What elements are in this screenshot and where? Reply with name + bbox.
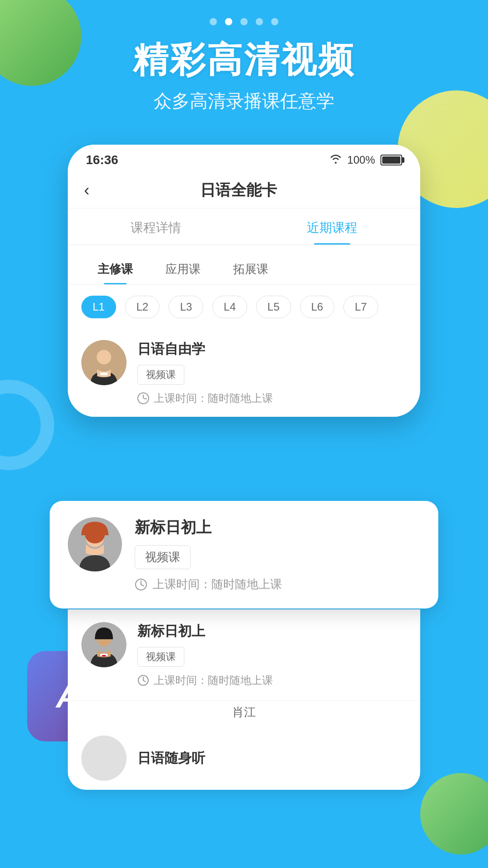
status-right: 100% [329, 153, 402, 167]
level-L2[interactable]: L2 [125, 296, 160, 318]
svg-line-16 [143, 680, 145, 682]
svg-rect-2 [100, 373, 108, 375]
highlighted-course-title: 新标日初上 [135, 517, 420, 538]
level-L4[interactable]: L4 [212, 296, 247, 318]
back-button[interactable]: ‹ [84, 181, 89, 200]
level-L6[interactable]: L6 [300, 296, 335, 318]
course-info-3: 新标日初上 视频课 上课时间：随时随地上课 [137, 622, 407, 688]
tab-recent-courses[interactable]: 近期课程 [244, 208, 420, 245]
highlighted-card[interactable]: 新标日初上 视频课 上课时间：随时随地上课 [50, 501, 438, 609]
subtab-app[interactable]: 应用课 [149, 254, 217, 284]
highlighted-avatar [68, 517, 122, 571]
course-tag-3: 视频课 [137, 647, 184, 667]
course-avatar-3 [81, 622, 127, 667]
hero-title: 精彩高清视频 [0, 41, 488, 80]
status-bar: 16:36 100% [68, 145, 420, 173]
bg-decoration-blue-ring [0, 380, 54, 470]
battery-fill [382, 156, 400, 164]
battery-percent: 100% [347, 154, 375, 166]
nav-bar: ‹ 日语全能卡 [68, 173, 420, 208]
course-time-1: 上课时间：随时随地上课 [137, 391, 407, 406]
status-time: 16:36 [86, 153, 118, 167]
course-time-3: 上课时间：随时随地上课 [137, 673, 407, 688]
highlighted-course-info: 新标日初上 视频课 上课时间：随时随地上课 [135, 517, 420, 592]
course-avatar-1 [81, 340, 127, 385]
teacher-name-3: 肖江 [68, 701, 420, 726]
level-L5[interactable]: L5 [256, 296, 291, 318]
tab-course-detail[interactable]: 课程详情 [68, 208, 244, 245]
pagination [210, 18, 278, 25]
subtabs-row: 主修课 应用课 拓展课 [68, 245, 420, 285]
hero-subtitle: 众多高清录播课任意学 [0, 89, 488, 113]
nav-title: 日语全能卡 [89, 180, 388, 201]
wifi-icon [329, 153, 342, 167]
svg-rect-13 [102, 655, 106, 656]
level-L7[interactable]: L7 [343, 296, 378, 318]
svg-point-1 [97, 350, 111, 364]
dot-3[interactable] [240, 18, 248, 25]
course-info-4-partial: 日语随身听 [137, 749, 205, 768]
subtab-main[interactable]: 主修课 [81, 254, 149, 284]
clock-icon-1 [137, 392, 149, 404]
course-item-1[interactable]: 日语自由学 视频课 上课时间：随时随地上课 [68, 329, 420, 417]
phone-mockup: 16:36 100% ‹ 日语全能卡 课程详情 近期课程 [68, 145, 420, 417]
level-L1[interactable]: L1 [81, 296, 116, 318]
battery-icon [380, 155, 402, 165]
course-tag-1: 视频课 [137, 365, 184, 385]
level-L3[interactable]: L3 [169, 296, 203, 318]
course-title-3: 新标日初上 [137, 622, 407, 641]
course-item-4-partial[interactable]: 日语随身听 [68, 726, 420, 790]
clock-icon-3 [137, 675, 149, 686]
hero-section: 精彩高清视频 众多高清录播课任意学 [0, 41, 488, 113]
bg-decoration-green-bottom [420, 773, 488, 854]
svg-line-9 [141, 585, 144, 586]
phone-bottom-section: 新标日初上 视频课 上课时间：随时随地上课 肖江 日语随身听 [68, 609, 420, 790]
course-title-1: 日语自由学 [137, 340, 407, 359]
dot-5[interactable] [271, 18, 278, 25]
course-info-1: 日语自由学 视频课 上课时间：随时随地上课 [137, 340, 407, 406]
clock-icon-2 [135, 578, 147, 591]
highlighted-course-time: 上课时间：随时随地上课 [135, 576, 420, 592]
svg-point-5 [85, 525, 105, 543]
dot-2[interactable] [225, 18, 232, 25]
course-item-3[interactable]: 新标日初上 视频课 上课时间：随时随地上课 [68, 609, 420, 701]
subtab-expand[interactable]: 拓展课 [217, 254, 285, 284]
level-row: L1 L2 L3 L4 L5 L6 L7 [68, 285, 420, 329]
highlighted-course-tag: 视频课 [135, 545, 191, 569]
tabs-row: 课程详情 近期课程 [68, 208, 420, 245]
course-title-4: 日语随身听 [137, 749, 205, 768]
dot-4[interactable] [256, 18, 263, 25]
course-avatar-4 [81, 736, 127, 781]
dot-1[interactable] [210, 18, 217, 25]
